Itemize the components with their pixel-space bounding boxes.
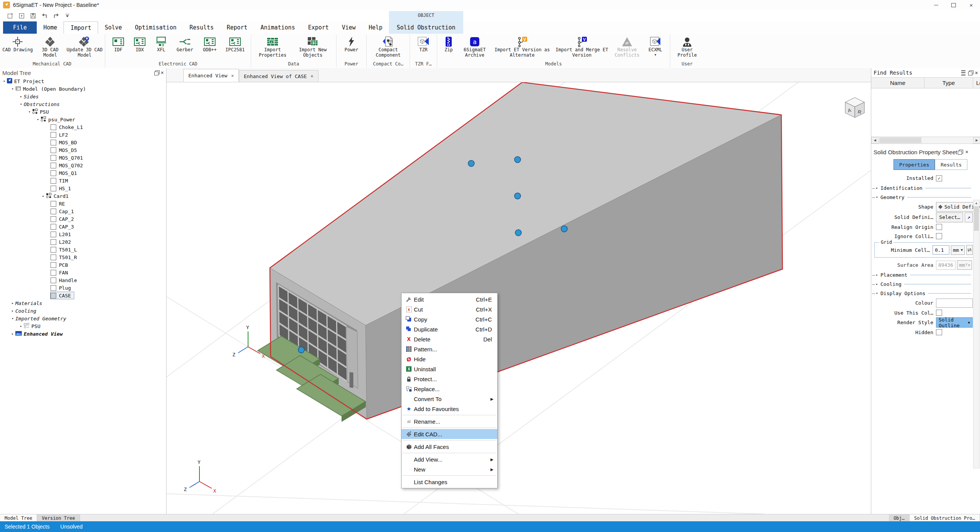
collapse-arrow-icon[interactable]: ▾ bbox=[35, 117, 41, 121]
checkbox[interactable] bbox=[51, 216, 56, 222]
zip-button[interactable]: Zip bbox=[439, 34, 458, 53]
section-cooling[interactable]: –▸ Cooling bbox=[872, 279, 973, 289]
menu-item-add-all-faces[interactable]: Add All Faces bbox=[402, 442, 497, 452]
menu-solve[interactable]: Solve bbox=[98, 21, 128, 34]
cad-drawing-button[interactable]: CAD Drawing bbox=[2, 34, 34, 53]
tree-item-component[interactable]: CAP_3 bbox=[0, 223, 166, 230]
float-panel-icon[interactable] bbox=[154, 72, 158, 75]
power-button[interactable]: Power bbox=[339, 34, 364, 53]
close-panel-icon[interactable]: × bbox=[965, 149, 968, 155]
undo-icon[interactable] bbox=[40, 11, 49, 20]
menu-item-edit-cad[interactable]: Edit CAD... bbox=[402, 429, 497, 439]
expand-arrow-icon[interactable]: ▸ bbox=[18, 324, 24, 328]
menu-report[interactable]: Report bbox=[220, 21, 254, 34]
tab-obj[interactable]: Obj… bbox=[889, 514, 910, 522]
tree-item-component[interactable]: HS_1 bbox=[0, 184, 166, 192]
tree-item-sides[interactable]: ▸ Sides bbox=[0, 93, 166, 100]
minimum-cell-unit-dropdown[interactable]: mm▼ bbox=[951, 245, 965, 255]
checkbox[interactable] bbox=[51, 277, 56, 283]
scroll-left-icon[interactable]: ◀ bbox=[871, 137, 879, 144]
checkbox[interactable] bbox=[51, 124, 56, 130]
section-display-options[interactable]: –▾ Display Options bbox=[872, 289, 973, 298]
colour-field[interactable] bbox=[936, 299, 973, 308]
expand-arrow-icon[interactable]: ▸ bbox=[41, 194, 46, 198]
unit-swap-icon[interactable] bbox=[966, 245, 973, 255]
checkbox[interactable] bbox=[51, 239, 56, 245]
tab-model-tree[interactable]: Model Tree bbox=[0, 514, 37, 522]
render-style-dropdown[interactable]: Solid Outline▼ bbox=[936, 317, 973, 328]
tree-item-component[interactable]: Cap_1 bbox=[0, 207, 166, 215]
menu-results[interactable]: Results bbox=[183, 21, 220, 34]
ecxml-dropdown-arrow[interactable]: ▾ bbox=[655, 53, 657, 57]
menu-item-convert-to[interactable]: Convert To▶ bbox=[402, 394, 497, 404]
import-properties-button[interactable]: x Import Properties bbox=[253, 34, 292, 58]
new-project-icon[interactable] bbox=[5, 11, 15, 20]
open-project-icon[interactable] bbox=[17, 11, 26, 20]
menu-item-add-to-favourites[interactable]: ★ Add to Favourites bbox=[402, 404, 497, 414]
tree-item-component[interactable]: PCB bbox=[0, 261, 166, 269]
close-panel-icon[interactable]: × bbox=[975, 70, 978, 75]
menu-file[interactable]: File bbox=[3, 21, 37, 34]
menu-item-duplicate[interactable]: DuplicateCtrl+D bbox=[402, 324, 497, 334]
menu-solid-obstruction[interactable]: OBJECT Solid Obstruction bbox=[389, 21, 463, 34]
menu-import[interactable]: Import bbox=[64, 21, 98, 34]
property-sheet-scrollbar[interactable]: ▲ bbox=[973, 200, 980, 468]
tree-item-case-selected[interactable]: CASE bbox=[51, 292, 166, 299]
idf-button[interactable]: IDF bbox=[108, 34, 129, 53]
menu-item-rename[interactable]: aI Rename... bbox=[402, 416, 497, 426]
tree-item-materials[interactable]: ▸ Materials bbox=[0, 299, 166, 307]
close-tab-icon[interactable]: × bbox=[310, 73, 313, 79]
section-identification[interactable]: –▸ Identification bbox=[872, 183, 973, 193]
scroll-up-icon[interactable]: ▲ bbox=[973, 200, 979, 206]
tree-item-component[interactable]: Plug bbox=[0, 284, 166, 292]
tree-item-cooling[interactable]: ▸ Cooling bbox=[0, 307, 166, 315]
checkbox[interactable] bbox=[51, 270, 56, 276]
ipc2581-button[interactable]: IPC2581 bbox=[222, 34, 248, 53]
menu-help[interactable]: Help bbox=[362, 21, 389, 34]
tree-item-component[interactable]: MOS_BD bbox=[0, 139, 166, 146]
redo-icon[interactable] bbox=[51, 11, 60, 20]
expand-arrow-icon[interactable]: ▸ bbox=[10, 301, 15, 305]
tree-item-component[interactable]: MOS_Q1 bbox=[0, 169, 166, 177]
import-et-version-alternate-button[interactable]: V Import ET Version as Alternate bbox=[492, 34, 553, 58]
column-type[interactable]: Type bbox=[924, 78, 973, 88]
section-placement[interactable]: –▸ Placement bbox=[872, 270, 973, 279]
checkbox[interactable] bbox=[51, 285, 56, 291]
tree-item-component[interactable]: MOS_Q702 bbox=[0, 162, 166, 169]
checkbox[interactable] bbox=[51, 155, 56, 161]
3d-cad-model-button[interactable]: 3D CAD Model bbox=[34, 34, 67, 58]
checkbox[interactable] bbox=[51, 209, 56, 214]
realign-origin-checkbox[interactable] bbox=[936, 224, 942, 230]
menu-home[interactable]: Home bbox=[37, 21, 64, 34]
tree-item-component[interactable]: LF2 bbox=[0, 131, 166, 139]
menu-item-delete[interactable]: X DeleteDel bbox=[402, 334, 497, 344]
float-panel-icon[interactable] bbox=[958, 151, 962, 155]
menu-item-hide[interactable]: Ø Hide bbox=[402, 354, 497, 364]
tree-item-et-project[interactable]: ▾ ET Project bbox=[0, 77, 166, 85]
expand-arrow-icon[interactable]: ▸ bbox=[10, 332, 15, 336]
tree-item-component[interactable]: L201 bbox=[0, 230, 166, 238]
tree-item-card1[interactable]: ▸ Card1 bbox=[0, 192, 166, 200]
tree-item-component[interactable]: T501_R bbox=[0, 253, 166, 261]
minimize-button[interactable] bbox=[927, 0, 945, 10]
update-3d-cad-model-button[interactable]: Update 3D CAD Model bbox=[67, 34, 103, 58]
psu-case-model[interactable] bbox=[258, 82, 782, 421]
menu-item-pattern[interactable]: Pattern... bbox=[402, 344, 497, 354]
select-solid-button[interactable]: Select… bbox=[936, 212, 963, 222]
tab-properties[interactable]: Properties bbox=[893, 159, 935, 170]
scroll-thumb[interactable] bbox=[974, 206, 979, 231]
tab-results[interactable]: Results bbox=[935, 159, 967, 170]
save-icon[interactable] bbox=[28, 11, 38, 20]
close-tab-icon[interactable]: × bbox=[231, 73, 234, 78]
tree-item-obstructions[interactable]: ▾ Obstructions bbox=[0, 100, 166, 108]
tree-item-component[interactable]: L202 bbox=[0, 238, 166, 246]
scroll-thumb[interactable] bbox=[879, 137, 921, 143]
minimum-cell-input[interactable]: 0.1 bbox=[933, 245, 949, 255]
checkbox[interactable] bbox=[51, 170, 56, 176]
menu-item-list-changes[interactable]: List Changes bbox=[402, 477, 497, 487]
find-results-hscrollbar[interactable]: ◀ ▶ bbox=[871, 137, 980, 144]
collapse-arrow-icon[interactable]: ▾ bbox=[18, 102, 24, 106]
tab-version-tree[interactable]: Version Tree bbox=[37, 514, 80, 522]
ignore-collisions-checkbox[interactable] bbox=[936, 233, 942, 239]
xfl-button[interactable]: XFL bbox=[150, 34, 172, 53]
